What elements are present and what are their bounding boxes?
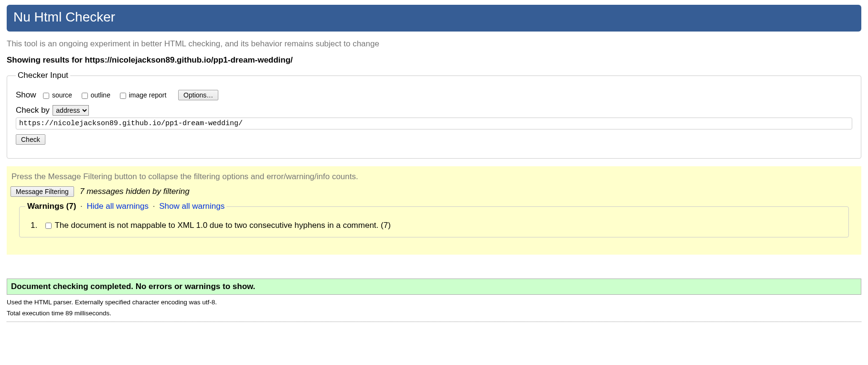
- warnings-fieldset: Warnings (7) · Hide all warnings · Show …: [19, 202, 849, 237]
- warning-item-checkbox[interactable]: [45, 223, 52, 229]
- success-message: Document checking completed. No errors o…: [7, 279, 861, 295]
- check-by-select[interactable]: address: [53, 105, 89, 116]
- warnings-list: The document is not mappable to XML 1.0 …: [25, 221, 843, 230]
- page-header: Nu Html Checker: [7, 5, 861, 32]
- check-button[interactable]: Check: [16, 134, 45, 145]
- message-filtering-button[interactable]: Message Filtering: [11, 186, 74, 197]
- options-button[interactable]: Options…: [178, 90, 218, 100]
- checker-input-legend: Checker Input: [16, 71, 70, 80]
- check-row: Check: [16, 134, 852, 145]
- outline-checkbox-label[interactable]: outline: [80, 91, 112, 99]
- execution-time: Total execution time 89 milliseconds.: [7, 310, 861, 317]
- warnings-count-title: Warnings (7): [27, 202, 76, 211]
- warning-item-text: The document is not mappable to XML 1.0 …: [54, 221, 390, 230]
- outline-checkbox[interactable]: [82, 93, 88, 99]
- parser-info: Used the HTML parser. Externally specifi…: [7, 299, 861, 306]
- page-title: Nu Html Checker: [13, 8, 855, 27]
- hide-all-warnings-link[interactable]: Hide all warnings: [87, 202, 149, 211]
- separator-dot: ·: [153, 202, 155, 211]
- checker-input-fieldset: Checker Input Show source outline image …: [7, 71, 861, 159]
- warnings-legend: Warnings (7) · Hide all warnings · Show …: [25, 202, 226, 211]
- source-checkbox[interactable]: [43, 93, 49, 99]
- show-label: Show: [16, 90, 36, 99]
- image-report-checkbox[interactable]: [120, 93, 126, 99]
- check-by-label: Check by: [16, 106, 50, 115]
- filtering-hint: Press the Message Filtering button to co…: [11, 172, 857, 182]
- warning-list-item: The document is not mappable to XML 1.0 …: [40, 221, 843, 230]
- message-filtering-box: Press the Message Filtering button to co…: [7, 166, 861, 255]
- results-for-heading: Showing results for https://nicolejackso…: [7, 55, 861, 65]
- separator-dot: ·: [80, 202, 83, 211]
- image-report-checkbox-label[interactable]: image report: [118, 91, 168, 99]
- source-checkbox-label[interactable]: source: [41, 91, 74, 99]
- footer-divider: [7, 322, 861, 322]
- show-row: Show source outline image report Options…: [16, 90, 852, 100]
- hidden-messages-text: 7 messages hidden by filtering: [80, 187, 190, 196]
- source-checkbox-text: source: [52, 91, 72, 99]
- tool-description: This tool is an ongoing experiment in be…: [7, 39, 861, 49]
- url-input[interactable]: [16, 118, 852, 129]
- show-all-warnings-link[interactable]: Show all warnings: [159, 202, 225, 211]
- check-by-row: Check by address: [16, 105, 852, 129]
- outline-checkbox-text: outline: [91, 91, 110, 99]
- image-report-checkbox-text: image report: [129, 91, 167, 99]
